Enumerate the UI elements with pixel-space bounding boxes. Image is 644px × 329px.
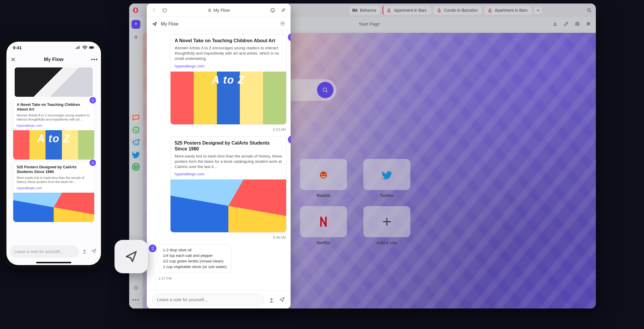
panel-input-row xyxy=(147,290,291,308)
flow-send-icon xyxy=(152,21,157,27)
phone-input-row: Leave a note for yourself… xyxy=(6,243,101,260)
phone-preview-image xyxy=(15,67,93,97)
card-source-link[interactable]: hyperallergic.com xyxy=(175,64,205,68)
note-line: 1-2 tbsp olive oil xyxy=(163,247,227,253)
panel-header: My Flow xyxy=(147,17,291,31)
card-timestamp: 9:49 AM xyxy=(171,235,286,240)
source-desktop-icon xyxy=(288,33,291,41)
card-source-link[interactable]: hyperallergic.com xyxy=(175,172,205,176)
phone-close-button[interactable] xyxy=(9,55,18,64)
svg-rect-22 xyxy=(209,10,211,11)
phone-flow-card[interactable]: 525 Posters Designed by CalArts Students… xyxy=(13,162,95,222)
svg-rect-35 xyxy=(92,162,94,163)
phone-body: A Novel Take on Teaching Children About … xyxy=(6,66,101,243)
phone-statusbar: 9:41 xyxy=(6,42,101,53)
phone-more-button[interactable]: ••• xyxy=(91,57,98,62)
phone-time: 9:41 xyxy=(13,45,22,50)
card-title: A Novel Take on Teaching Children About … xyxy=(17,102,91,112)
panel-upload-icon[interactable] xyxy=(268,296,275,303)
card-desc: Women Artists A to Z encourages young re… xyxy=(17,113,91,122)
card-preview-image xyxy=(171,179,286,232)
note-line: 1 cup vegetable stock (or sub water) xyxy=(163,264,227,270)
card-source-link[interactable]: hyperallergic.com xyxy=(17,124,42,127)
source-desktop-icon xyxy=(90,97,96,104)
flow-card[interactable]: 525 Posters Designed by CalArts Students… xyxy=(170,136,286,233)
note-line: 1/4 tsp each salt and pepper xyxy=(163,253,227,259)
svg-rect-34 xyxy=(92,99,94,101)
laptop-base xyxy=(311,311,414,315)
note-line: 1/2 cup green lentils (rinsed clean) xyxy=(163,259,227,264)
myflow-app-icon xyxy=(114,240,148,273)
phone-header: My Flow ••• xyxy=(6,53,101,66)
panel-settings-icon[interactable] xyxy=(280,21,285,27)
panel-note-input[interactable] xyxy=(152,294,264,306)
card-timestamp: 9:23 AM xyxy=(171,128,286,132)
source-phone-icon xyxy=(149,245,156,252)
card-preview-image xyxy=(13,193,94,222)
card-desc: Women Artists A to Z encourages young re… xyxy=(175,45,282,62)
card-title: A Novel Take on Teaching Children About … xyxy=(175,38,282,44)
svg-point-30 xyxy=(85,49,85,50)
phone-upload-icon[interactable] xyxy=(82,248,88,255)
note-timestamp: 1:37 PM xyxy=(159,277,286,281)
source-desktop-icon xyxy=(90,160,96,166)
phone-send-icon[interactable] xyxy=(91,248,97,255)
card-title: 525 Posters Designed by CalArts Students… xyxy=(17,165,91,174)
phone-device: 9:41 My Flow ••• A Novel Take on Teachin… xyxy=(2,38,105,269)
phone-header-title: My Flow xyxy=(44,57,63,62)
source-desktop-icon xyxy=(288,135,291,144)
svg-rect-33 xyxy=(94,47,94,48)
panel-address-title: My Flow xyxy=(213,8,230,13)
phone-home-indicator[interactable] xyxy=(6,260,101,265)
phone-flow-card[interactable]: A Novel Take on Teaching Children About … xyxy=(13,99,95,160)
wifi-icon xyxy=(82,45,87,50)
flow-note-card[interactable]: 1-2 tbsp olive oil 1/4 tsp each salt and… xyxy=(159,244,231,273)
flow-card[interactable]: A Novel Take on Teaching Children About … xyxy=(170,34,286,125)
panel-send-icon[interactable] xyxy=(279,296,285,303)
phone-note-input[interactable]: Leave a note for yourself… xyxy=(10,246,79,257)
phone-screen: 9:41 My Flow ••• A Novel Take on Teachin… xyxy=(6,42,101,265)
card-desc: More easily lost to trash bins than the … xyxy=(17,176,91,184)
card-preview-image xyxy=(171,72,286,124)
card-title: 525 Posters Designed by CalArts Students… xyxy=(175,140,282,152)
svg-rect-32 xyxy=(90,47,93,48)
panel-topbar: My Flow xyxy=(147,4,291,17)
card-preview-image xyxy=(13,130,94,160)
myflow-panel: My Flow My Flow A Novel Take on Teaching… xyxy=(147,4,291,308)
card-source-link[interactable]: hyperallergic.com xyxy=(17,186,42,190)
panel-body: A Novel Take on Teaching Children About … xyxy=(147,31,291,290)
card-desc: More easily lost to trash bins than the … xyxy=(175,154,282,170)
signal-icon xyxy=(75,45,80,50)
lock-icon xyxy=(208,8,212,12)
panel-header-title: My Flow xyxy=(161,21,178,27)
battery-icon xyxy=(89,45,95,50)
svg-point-26 xyxy=(282,23,284,24)
